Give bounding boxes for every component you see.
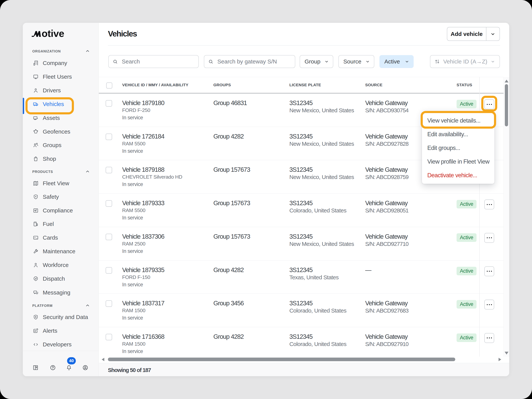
svg-text:otive: otive (42, 28, 64, 38)
